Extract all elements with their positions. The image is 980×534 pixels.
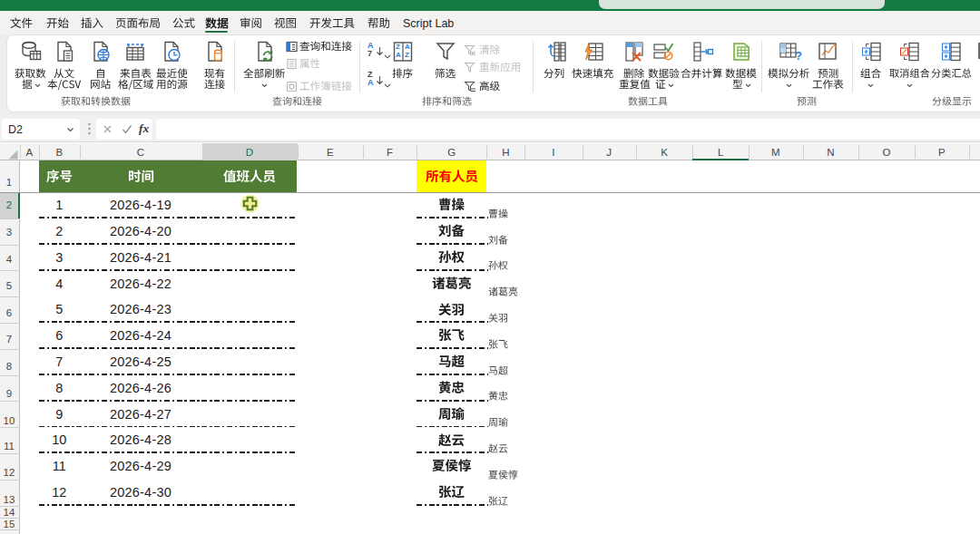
svg-text:?: ? (795, 49, 802, 63)
